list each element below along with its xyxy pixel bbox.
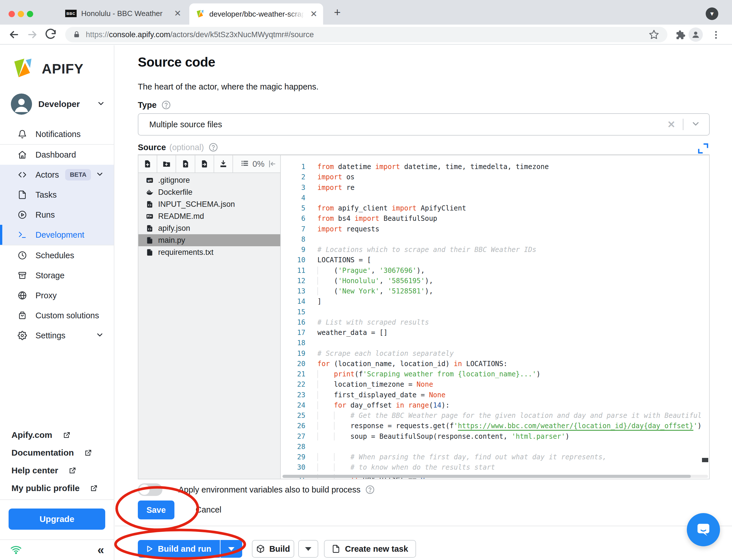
address-bar[interactable]: https://console.apify.com/actors/dev/k5t… — [65, 27, 667, 42]
file-item-requirements-txt[interactable]: requirements.txt — [138, 246, 280, 258]
browser-menu-kebab-icon[interactable] — [711, 29, 721, 41]
code-token: from — [318, 204, 334, 212]
clear-selection-icon[interactable]: ✕ — [667, 119, 676, 130]
sidebar-link-label: Documentation — [11, 448, 74, 458]
sidebar-link-documentation[interactable]: Documentation — [11, 444, 98, 462]
chevron-down-icon[interactable] — [691, 119, 701, 130]
window-zoom-button[interactable] — [27, 11, 33, 17]
sidebar-item-settings[interactable]: Settings — [0, 325, 114, 345]
horizontal-scrollbar-handle[interactable] — [283, 475, 691, 478]
file-item-input-schema-json[interactable]: INPUT_SCHEMA.json — [138, 198, 280, 210]
download-files-icon[interactable] — [214, 155, 233, 172]
sidebar-item-storage[interactable]: Storage — [0, 265, 114, 285]
browser-tab-bbc-weather[interactable]: BBC Honolulu - BBC Weather ✕ — [60, 5, 187, 22]
fullscreen-expand-icon[interactable] — [697, 142, 710, 155]
indent-guide — [318, 463, 334, 471]
forward-icon[interactable] — [26, 29, 38, 41]
zoom-control[interactable]: 0% — [233, 155, 265, 172]
help-icon[interactable] — [209, 142, 218, 152]
new-folder-icon[interactable] — [157, 155, 176, 172]
cancel-button[interactable]: Cancel — [196, 505, 221, 515]
save-button[interactable]: Save — [138, 501, 175, 519]
code-token: LOCATIONS: — [462, 360, 507, 368]
sidebar-item-label: Proxy — [35, 291, 57, 300]
sidebar-item-runs[interactable]: Runs — [0, 205, 114, 225]
vertical-scrollbar-handle[interactable] — [702, 458, 708, 462]
code-token: datetime, time, timedelta, timezone — [400, 163, 549, 171]
sidebar-item-actors[interactable]: ActorsBETA — [0, 165, 114, 185]
file-item--gitignore[interactable]: git.gitignore — [138, 174, 280, 186]
sidebar-item-development[interactable]: Development — [0, 225, 114, 245]
code-token: 'New York' — [338, 287, 379, 295]
code-token: ( — [334, 267, 338, 275]
build-dropdown-button[interactable] — [298, 540, 318, 558]
create-new-task-button[interactable]: Create new task — [324, 540, 416, 558]
indent-guide — [318, 370, 334, 378]
page-title: Source code — [138, 54, 215, 70]
external-link-icon — [85, 484, 98, 493]
code-token: # to know when do the results start — [351, 463, 495, 471]
sidebar-link-my-public-profile[interactable]: My public profile — [11, 479, 98, 497]
indent-guide — [334, 412, 351, 420]
build-and-run-dropdown-button[interactable] — [221, 540, 242, 558]
code-file-icon — [146, 225, 154, 232]
source-type-select[interactable]: Multiple source files ✕ — [138, 113, 710, 136]
file-item-dockerfile[interactable]: Dockerfile — [138, 186, 280, 198]
window-close-button[interactable] — [9, 11, 15, 17]
play-icon — [145, 545, 153, 553]
sidebar-item-notifications[interactable]: Notifications — [0, 124, 114, 144]
collapse-sidebar-icon[interactable]: « — [98, 544, 104, 556]
chat-widget-button[interactable] — [687, 513, 720, 546]
sidebar-item-custom-solutions[interactable]: Custom solutions — [0, 305, 114, 325]
window-minimize-button[interactable] — [18, 11, 24, 17]
import-file-icon[interactable] — [195, 155, 214, 172]
tab-search-button[interactable]: ▼ — [706, 7, 718, 20]
file-item-apify-json[interactable]: apify.json — [138, 222, 280, 234]
extensions-puzzle-icon[interactable] — [674, 29, 686, 41]
sidebar-item-schedules[interactable]: Schedules — [0, 245, 114, 265]
code-file-icon — [146, 200, 154, 208]
gear-icon — [18, 331, 27, 340]
code-token: ( — [334, 277, 338, 285]
tab-close-icon[interactable]: ✕ — [310, 10, 318, 18]
zoom-percent: 0% — [253, 159, 265, 169]
new-file-icon[interactable] — [138, 155, 157, 172]
sidebar-link-help-center[interactable]: Help center — [11, 462, 98, 479]
upgrade-button[interactable]: Upgrade — [9, 509, 105, 530]
sidebar-link-apify-com[interactable]: Apify.com — [11, 426, 98, 444]
reload-icon[interactable] — [45, 29, 57, 41]
env-vars-toggle[interactable] — [138, 483, 162, 496]
line-number: 30 — [281, 463, 306, 471]
file-item-readme-md[interactable]: README.md — [138, 210, 280, 222]
browser-profile-avatar[interactable] — [689, 27, 703, 42]
sidebar-item-proxy[interactable]: Proxy — [0, 285, 114, 305]
back-icon[interactable] — [8, 29, 20, 41]
help-icon[interactable] — [365, 485, 375, 495]
build-button[interactable]: Build — [252, 540, 294, 558]
sidebar: APIFY Developer NotificationsDashboardAc… — [0, 45, 114, 560]
code-token: ApifyClient — [416, 204, 466, 212]
svg-text:git: git — [148, 179, 152, 182]
code-token: None — [416, 380, 433, 388]
browser-tab-apify-console[interactable]: developer/bbc-weather-scrape ✕ — [189, 3, 323, 25]
file-item-main-py[interactable]: main.py — [138, 234, 280, 246]
help-icon[interactable] — [161, 100, 171, 110]
account-switcher[interactable]: Developer — [11, 93, 105, 115]
horizontal-scrollbar[interactable] — [283, 475, 708, 478]
upload-file-icon[interactable] — [176, 155, 195, 172]
bookmark-star-icon[interactable] — [648, 29, 659, 40]
build-and-run-button[interactable]: Build and run — [138, 540, 220, 558]
apify-logo[interactable]: APIFY — [11, 57, 84, 80]
code-token: ), — [425, 277, 433, 285]
file-name: requirements.txt — [158, 248, 214, 257]
beta-badge: BETA — [65, 169, 91, 180]
tab-close-icon[interactable]: ✕ — [174, 9, 181, 18]
code-token: 'Scraping weather from {location_name}..… — [363, 370, 536, 378]
reset-indent-icon[interactable] — [265, 155, 280, 172]
file-list: git.gitignoreDockerfileINPUT_SCHEMA.json… — [138, 174, 280, 258]
sidebar-item-dashboard[interactable]: Dashboard — [0, 145, 114, 165]
sidebar-item-tasks[interactable]: Tasks — [0, 185, 114, 205]
code-area[interactable]: 1from datetime import datetime, time, ti… — [281, 155, 709, 479]
new-tab-button[interactable]: + — [334, 7, 341, 17]
code-token: # Get the BBC Weather page for the given… — [351, 412, 702, 420]
